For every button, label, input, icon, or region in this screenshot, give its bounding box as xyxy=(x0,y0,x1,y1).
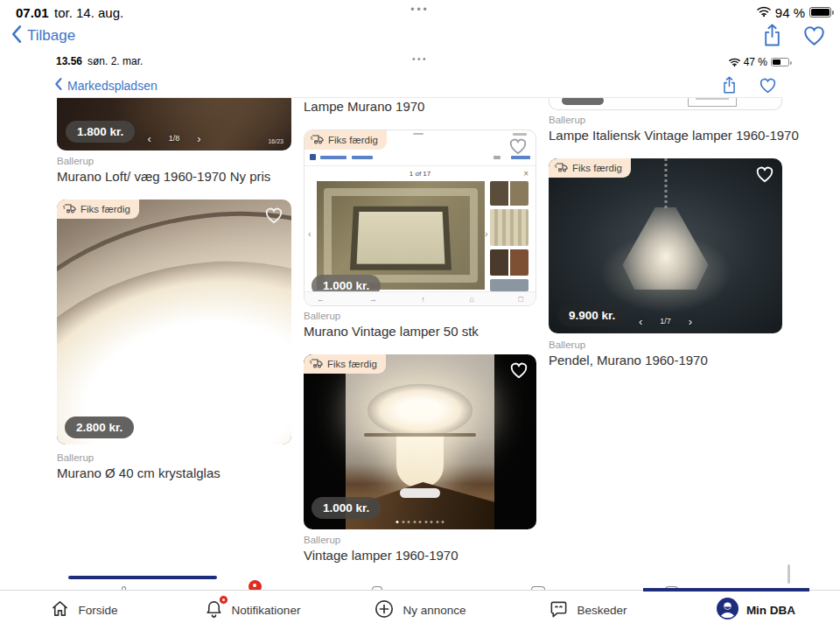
inner-battery-icon xyxy=(771,58,789,66)
status-activity-dots: ••• xyxy=(0,4,840,16)
lamp-chain-shape xyxy=(664,158,667,209)
chevron-left-icon xyxy=(10,24,22,47)
back-button-label: Tilbage xyxy=(27,27,75,45)
web-status-fragment xyxy=(513,133,527,136)
listing-title[interactable]: Murano Loft/ væg 1960-1970 Ny pris xyxy=(57,169,270,184)
price-badge: 9.900 kr. xyxy=(557,304,626,326)
fiks-faerdig-label: Fiks færdig xyxy=(328,135,378,145)
app-screen: 07.01 tor. 14. aug. ••• 94 % Tilbage 13.… xyxy=(0,0,840,630)
web-thumbnail xyxy=(490,209,528,246)
lamp-face xyxy=(350,206,452,270)
listing-title[interactable]: Lampe Italiensk Vintage lamper 1960-1970 xyxy=(549,128,799,143)
carousel-prev-icon[interactable]: ‹ xyxy=(147,135,150,143)
inner-nav-actions xyxy=(721,75,777,98)
profile-avatar-icon xyxy=(717,598,738,623)
inner-tab-indicator-fragment xyxy=(68,576,217,579)
tab-min-dba[interactable]: Min DBA xyxy=(672,591,840,630)
inner-share-icon[interactable] xyxy=(721,75,738,98)
carousel-next-icon[interactable]: › xyxy=(689,318,692,326)
listing-location: Ballerup xyxy=(549,115,585,125)
listing-title-cut[interactable]: Lampe Murano 1970 xyxy=(304,99,424,114)
fiks-faerdig-label: Fiks færdig xyxy=(572,163,622,173)
image-carousel-controls[interactable]: ‹ 1/8 › xyxy=(147,134,200,143)
web-thumbnail xyxy=(490,279,528,291)
price-badge: 1.000 kr. xyxy=(312,497,381,519)
carousel-page-indicator: 1/7 xyxy=(660,317,671,326)
tab-label: Forside xyxy=(78,604,117,617)
delivery-truck-icon xyxy=(310,358,323,370)
listing-heart-icon[interactable] xyxy=(509,361,528,382)
listing-location: Ballerup xyxy=(57,452,94,463)
plus-circle-icon xyxy=(374,598,395,623)
battery-percent: 94 % xyxy=(775,5,805,20)
inner-status-right-cluster: 47 % xyxy=(729,54,789,70)
listing-heart-icon[interactable] xyxy=(264,206,284,228)
listing-title[interactable]: Pendel, Murano 1960-1970 xyxy=(549,353,708,368)
web-header-row xyxy=(310,153,530,162)
photo-watermark-pill xyxy=(400,488,440,498)
share-icon[interactable] xyxy=(761,23,783,51)
inner-battery-percent: 47 % xyxy=(744,56,767,68)
tab-label: Ny annonce xyxy=(402,604,466,617)
web-link-fragment xyxy=(494,156,500,159)
favorite-heart-icon[interactable] xyxy=(802,24,826,50)
wifi-icon xyxy=(757,4,771,20)
web-photo-counter: 1 of 17 xyxy=(304,170,536,178)
web-next-arrow-icon: › xyxy=(485,228,488,239)
bell-icon xyxy=(204,598,224,622)
carousel-next-icon[interactable]: › xyxy=(197,135,200,143)
web-thumbnail xyxy=(490,249,528,276)
listing-image-pendel-murano[interactable]: Fiks færdig 9.900 kr. ‹ 1/7 › xyxy=(549,158,782,333)
fiks-faerdig-badge: Fiks færdig xyxy=(549,158,631,178)
inner-chevron-left-icon xyxy=(54,77,62,94)
image-carousel-controls[interactable]: ‹ 1/7 › xyxy=(639,317,692,326)
fiks-faerdig-badge: Fiks færdig xyxy=(57,200,139,219)
inner-favorite-heart-icon[interactable] xyxy=(759,77,777,97)
bottom-tab-bar: Forside Notifikationer Ny annonce Besked… xyxy=(0,590,840,630)
fiks-faerdig-badge: Fiks færdig xyxy=(304,354,386,374)
listing-title[interactable]: Murano Vintage lamper 50 stk xyxy=(304,324,479,339)
web-link-fragment xyxy=(352,156,373,159)
web-thumbnail xyxy=(490,181,528,206)
listing-card-cut[interactable] xyxy=(549,98,782,110)
back-button[interactable]: Tilbage xyxy=(10,24,75,47)
fiks-faerdig-label: Fiks færdig xyxy=(327,359,377,369)
listing-location: Ballerup xyxy=(304,535,340,545)
listing-image-murano-vintage-50stk[interactable]: Fiks færdig 1 of 17 × ‹ › 1.000 kr. ← xyxy=(304,130,536,306)
price-badge: 1.800 kr. xyxy=(66,121,135,143)
tab-ny-annonce[interactable]: Ny annonce xyxy=(336,591,504,630)
browser-home-icon: ⌂ xyxy=(469,295,473,304)
browser-tabs-icon: □ xyxy=(519,295,523,304)
listing-location: Ballerup xyxy=(304,311,340,321)
status-right-cluster: 94 % xyxy=(757,4,831,20)
delivery-truck-icon xyxy=(63,203,76,215)
tab-label: Beskeder xyxy=(577,604,626,617)
battery-icon xyxy=(809,7,831,18)
active-tab-indicator xyxy=(643,588,809,592)
delivery-truck-icon xyxy=(311,134,324,146)
listing-title[interactable]: Murano Ø 40 cm krystalglas xyxy=(57,466,220,480)
notification-badge xyxy=(219,595,228,605)
listing-image-murano-krystalglas[interactable]: Fiks færdig 2.800 kr. xyxy=(57,200,291,444)
inner-back-button[interactable]: Markedspladsen xyxy=(54,77,158,94)
tab-notifikationer[interactable]: Notifikationer xyxy=(168,591,336,630)
photo-counter: 16/23 xyxy=(268,138,284,144)
carousel-prev-icon[interactable]: ‹ xyxy=(639,318,642,326)
listing-title[interactable]: Vintage lamper 1960-1970 xyxy=(304,548,458,563)
fiks-faerdig-label: Fiks færdig xyxy=(80,204,130,214)
tab-forside[interactable]: Forside xyxy=(0,591,168,630)
listing-image-vintage-mushroom[interactable]: Fiks færdig 1.000 kr. xyxy=(304,354,536,529)
browser-back-icon: ← xyxy=(317,295,325,304)
tab-label: Notifikationer xyxy=(232,604,301,617)
inner-scrollbar[interactable] xyxy=(788,564,790,584)
listing-image-murano-loft[interactable]: 1.800 kr. ‹ 1/8 › 16/23 xyxy=(57,98,291,150)
browser-share-icon: ↑ xyxy=(421,295,425,304)
web-link-fragment xyxy=(320,156,346,159)
carousel-page-indicator: 1/8 xyxy=(169,134,180,143)
cut-outline-button xyxy=(688,98,737,107)
listing-location: Ballerup xyxy=(57,156,94,166)
listing-heart-icon[interactable] xyxy=(755,165,774,186)
listing-heart-icon[interactable] xyxy=(508,137,528,158)
listing-location: Ballerup xyxy=(549,340,585,350)
tab-beskeder[interactable]: Beskeder xyxy=(504,591,672,630)
